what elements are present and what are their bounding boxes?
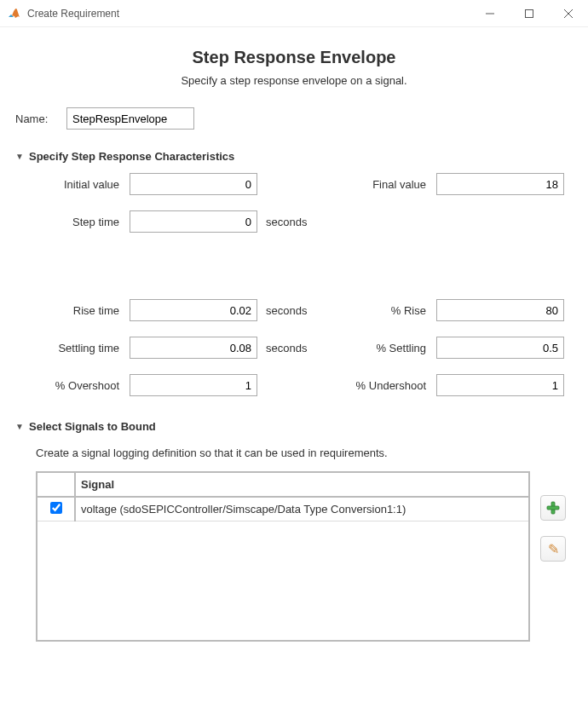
page-title: Step Response Envelope: [15, 48, 573, 67]
section-title-signals: Select Signals to Bound: [29, 420, 156, 433]
label-settling-time: Settling time: [36, 342, 130, 354]
label-pct-rise: % Rise: [326, 304, 436, 317]
minimize-button[interactable]: [470, 0, 510, 27]
name-label: Name:: [15, 112, 53, 125]
pencil-icon: ✎: [548, 541, 559, 557]
section-toggle-signals[interactable]: ▼ Select Signals to Bound: [15, 420, 573, 433]
input-pct-rise[interactable]: [436, 299, 564, 321]
svg-rect-5: [547, 506, 559, 510]
matlab-icon: [7, 7, 20, 20]
maximize-button[interactable]: [510, 0, 549, 27]
unit-step-time: seconds: [266, 216, 307, 228]
window-title: Create Requirement: [27, 8, 470, 20]
input-settling-time[interactable]: [130, 337, 257, 359]
section-toggle-characteristics[interactable]: ▼ Specify Step Response Characteristics: [15, 150, 573, 163]
signals-col-signal: Signal: [75, 473, 528, 497]
label-final-value: Final value: [326, 178, 436, 191]
label-pct-overshoot: % Overshoot: [36, 379, 130, 392]
input-step-time[interactable]: [130, 210, 257, 233]
close-button[interactable]: [549, 0, 588, 27]
triangle-down-icon: ▼: [15, 422, 26, 431]
add-signal-button[interactable]: [540, 495, 566, 521]
unit-settling-time: seconds: [266, 342, 307, 354]
label-pct-undershoot: % Undershoot: [326, 379, 436, 392]
signal-row-label: voltage (sdoSEPICController/Simscape/Dat…: [75, 497, 528, 521]
label-step-time: Step time: [36, 216, 130, 228]
input-final-value[interactable]: [436, 173, 564, 195]
input-initial-value[interactable]: [130, 173, 257, 195]
signals-hint: Create a signal logging definition so th…: [15, 443, 573, 471]
label-pct-settling: % Settling: [326, 342, 436, 354]
unit-rise-time: seconds: [266, 304, 307, 317]
input-rise-time[interactable]: [130, 299, 257, 321]
svg-rect-1: [526, 9, 533, 17]
label-initial-value: Initial value: [36, 178, 130, 191]
edit-signal-button[interactable]: ✎: [540, 536, 566, 562]
label-rise-time: Rise time: [36, 304, 130, 317]
signal-row-checkbox[interactable]: [50, 502, 62, 514]
signals-col-check: [37, 473, 75, 497]
signals-table: Signal voltage (sdoSEPICController/Simsc…: [36, 471, 530, 642]
triangle-down-icon: ▼: [15, 152, 26, 161]
page-subtitle: Specify a step response envelope on a si…: [15, 74, 573, 87]
window-titlebar: Create Requirement: [0, 0, 588, 27]
name-input[interactable]: [66, 107, 194, 130]
input-pct-overshoot[interactable]: [130, 374, 257, 396]
input-pct-settling[interactable]: [436, 337, 564, 359]
table-row[interactable]: voltage (sdoSEPICController/Simscape/Dat…: [37, 497, 528, 521]
input-pct-undershoot[interactable]: [436, 374, 564, 396]
plus-icon: [546, 501, 560, 515]
section-title-characteristics: Specify Step Response Characteristics: [29, 150, 234, 163]
